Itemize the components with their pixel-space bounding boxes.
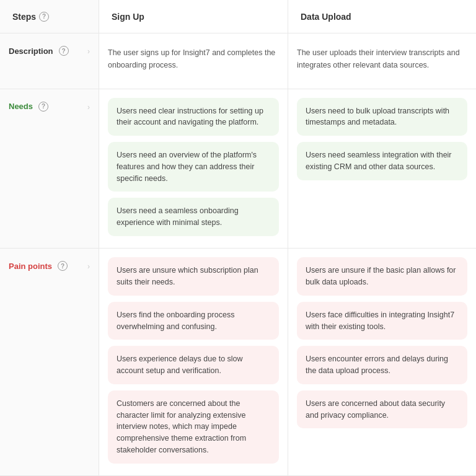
pain-points-signup-cell: Users are unsure which subscription plan… <box>99 249 288 476</box>
description-label: Description ? <box>9 46 69 56</box>
needs-label-cell: Needs ? › <box>0 89 99 249</box>
steps-label: Steps <box>12 12 36 22</box>
pain-points-data-upload-card-3: Users encounter errors and delays during… <box>297 346 467 384</box>
description-data-upload-text: The user uploads their interview transcr… <box>297 42 467 76</box>
needs-signup-card-1: Users need clear instructions for settin… <box>108 98 279 136</box>
description-signup-text: The user signs up for Insight7 and compl… <box>108 42 279 76</box>
description-signup-cell: The user signs up for Insight7 and compl… <box>99 33 288 89</box>
needs-data-upload-cell: Users need to bulk upload transcripts wi… <box>288 89 476 249</box>
pain-points-data-upload-cell: Users are unsure if the basic plan allow… <box>288 249 476 476</box>
pain-points-signup-card-4: Customers are concerned about the charac… <box>108 390 279 464</box>
needs-signup-card-2: Users need an overview of the platform's… <box>108 142 279 192</box>
data-upload-label: Data Upload <box>301 12 351 22</box>
needs-arrow-icon: › <box>87 103 90 112</box>
signup-label: Sign Up <box>112 12 144 22</box>
journey-map-table: Steps ? Sign Up Data Upload Description … <box>0 0 476 476</box>
pain-points-signup-card-1: Users are unsure which subscription plan… <box>108 257 279 296</box>
needs-data-upload-card-2: Users need seamless integration with the… <box>297 142 467 180</box>
pain-points-label: Pain points ? <box>9 261 68 271</box>
description-label-cell: Description ? › <box>0 33 99 89</box>
pain-points-signup-card-3: Users experience delays due to slow acco… <box>108 346 279 384</box>
description-arrow-icon: › <box>87 47 90 56</box>
signup-header: Sign Up <box>99 0 288 33</box>
needs-signup-cell: Users need clear instructions for settin… <box>99 89 288 249</box>
pain-points-label-cell: Pain points ? › <box>0 249 99 476</box>
pain-points-data-upload-card-4: Users are concerned about data security … <box>297 390 467 429</box>
pain-points-signup-card-2: Users find the onboarding process overwh… <box>108 302 279 340</box>
needs-signup-card-3: Users need a seamless onboarding experie… <box>108 198 279 236</box>
data-upload-header: Data Upload <box>288 0 476 33</box>
description-help-icon[interactable]: ? <box>59 46 69 56</box>
pain-points-help-icon[interactable]: ? <box>58 261 68 271</box>
steps-header: Steps ? <box>0 0 99 33</box>
pain-points-data-upload-card-2: Users face difficulties in integrating I… <box>297 302 467 340</box>
needs-help-icon[interactable]: ? <box>38 102 48 112</box>
description-data-upload-cell: The user uploads their interview transcr… <box>288 33 476 89</box>
pain-points-data-upload-card-1: Users are unsure if the basic plan allow… <box>297 257 467 296</box>
steps-help-icon[interactable]: ? <box>39 12 49 22</box>
needs-data-upload-card-1: Users need to bulk upload transcripts wi… <box>297 98 467 136</box>
pain-points-arrow-icon: › <box>87 262 90 271</box>
needs-label: Needs ? <box>9 102 48 112</box>
